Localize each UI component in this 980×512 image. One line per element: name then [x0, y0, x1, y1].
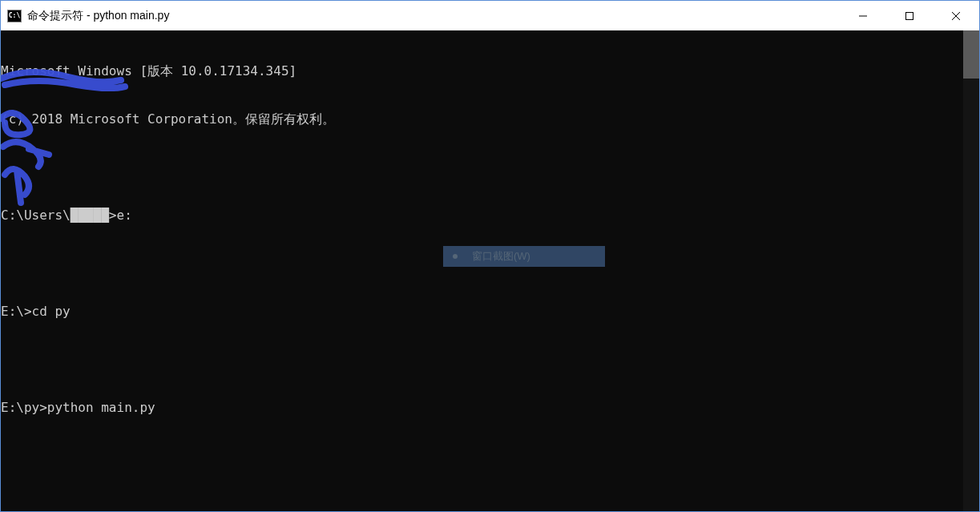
window-title: 命令提示符 - python main.py [27, 9, 169, 23]
tooltip-text: 窗口截图(W) [472, 249, 530, 264]
window-controls [840, 1, 979, 30]
titlebar[interactable]: C:\ 命令提示符 - python main.py [1, 1, 979, 30]
terminal-line [1, 448, 963, 464]
terminal-line: E:\>cd py [1, 304, 963, 320]
cmd-window: C:\ 命令提示符 - python main.py Microsoft Win… [0, 0, 980, 512]
minimize-button[interactable] [840, 1, 886, 30]
scrollbar-thumb[interactable] [963, 30, 979, 79]
cmd-icon: C:\ [7, 10, 22, 22]
terminal-line: C:\Users\█████>e: [1, 208, 963, 224]
terminal-line: (c) 2018 Microsoft Corporation。保留所有权利。 [1, 111, 963, 127]
terminal-line: E:\py>python main.py [1, 400, 963, 416]
vertical-scrollbar[interactable] [963, 30, 979, 511]
terminal-line [1, 159, 963, 175]
svg-rect-1 [906, 12, 913, 19]
terminal-line: Microsoft Windows [版本 10.0.17134.345] [1, 63, 963, 79]
terminal-output: Microsoft Windows [版本 10.0.17134.345] (c… [1, 30, 963, 511]
tooltip-dot-icon [453, 254, 458, 259]
close-button[interactable] [933, 1, 979, 30]
terminal-line [1, 352, 963, 368]
screenshot-tooltip: 窗口截图(W) [443, 246, 605, 267]
terminal[interactable]: Microsoft Windows [版本 10.0.17134.345] (c… [1, 30, 979, 511]
maximize-button[interactable] [886, 1, 933, 30]
